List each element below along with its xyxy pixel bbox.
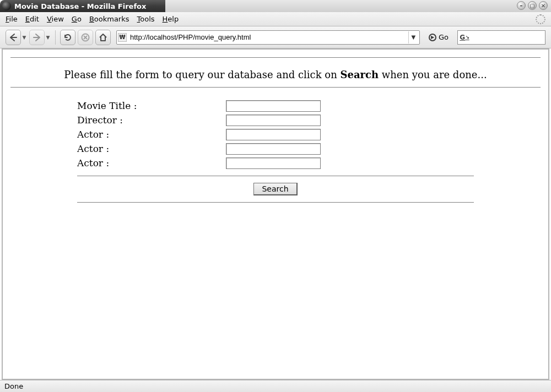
go-icon: ▶ — [429, 34, 436, 41]
menu-edit[interactable]: Edit — [25, 15, 39, 23]
menu-go[interactable]: Go — [72, 15, 82, 23]
label-actor-3: Actor : — [77, 157, 226, 168]
search-box[interactable]: G↘ — [457, 30, 545, 45]
window-maximize-button[interactable]: ▢ — [528, 1, 537, 10]
window-minimize-button[interactable]: – — [517, 1, 526, 10]
label-actor-1: Actor : — [77, 129, 226, 140]
search-engine-icon[interactable]: G↘ — [460, 33, 469, 42]
toolbar-separator — [55, 30, 56, 45]
go-button[interactable]: ▶ Go — [425, 30, 452, 45]
menu-help[interactable]: Help — [163, 15, 179, 23]
divider — [77, 202, 474, 203]
query-form: Movie Title : Director : Actor : Actor :… — [77, 99, 474, 203]
menu-file[interactable]: File — [6, 15, 18, 23]
window-title: Movie Database - Mozilla Firefox — [14, 2, 146, 10]
menu-bookmarks[interactable]: Bookmarks — [89, 15, 129, 23]
site-identity-icon[interactable]: ₩ — [118, 33, 127, 42]
menu-view[interactable]: View — [47, 15, 64, 23]
url-input[interactable] — [129, 31, 408, 43]
stop-icon — [80, 32, 90, 42]
activity-throbber-icon — [536, 14, 545, 24]
label-director: Director : — [77, 115, 226, 126]
window-titlebar: Movie Database - Mozilla Firefox – ▢ ✕ — [0, 0, 551, 12]
input-actor-2[interactable] — [226, 143, 321, 155]
search-button[interactable]: Search — [253, 183, 297, 195]
status-text: Done — [4, 382, 23, 390]
window-close-button[interactable]: ✕ — [539, 1, 548, 10]
input-movie-title[interactable] — [226, 100, 321, 112]
page-headline: Please fill the form to query our databa… — [10, 58, 541, 87]
status-bar: Done — [0, 380, 551, 392]
label-actor-2: Actor : — [77, 143, 226, 154]
menu-tools[interactable]: Tools — [137, 15, 155, 23]
input-actor-1[interactable] — [226, 129, 321, 140]
url-bar[interactable]: ₩ ▼ — [116, 30, 420, 45]
url-history-dropdown[interactable]: ▼ — [408, 31, 418, 43]
divider — [10, 87, 541, 88]
input-actor-3[interactable] — [226, 157, 321, 169]
page-viewport: Please fill the form to query our databa… — [2, 48, 549, 380]
input-director[interactable] — [226, 115, 321, 126]
forward-button[interactable] — [29, 30, 45, 45]
arrow-right-icon — [32, 32, 42, 42]
menubar: File Edit View Go Bookmarks Tools Help — [0, 12, 551, 26]
home-icon — [98, 32, 108, 42]
back-button[interactable] — [6, 30, 21, 45]
home-button[interactable] — [95, 30, 111, 45]
back-history-dropdown[interactable]: ▼ — [21, 30, 27, 45]
arrow-left-icon — [8, 32, 18, 42]
reload-icon — [63, 32, 73, 42]
stop-button[interactable] — [78, 30, 93, 45]
go-label: Go — [439, 33, 449, 41]
navigation-toolbar: ▼ ▼ ₩ ▼ ▶ Go G↘ — [0, 26, 551, 48]
forward-history-dropdown[interactable]: ▼ — [45, 30, 51, 45]
firefox-icon — [2, 2, 11, 10]
reload-button[interactable] — [60, 30, 75, 45]
label-movie-title: Movie Title : — [77, 100, 226, 111]
